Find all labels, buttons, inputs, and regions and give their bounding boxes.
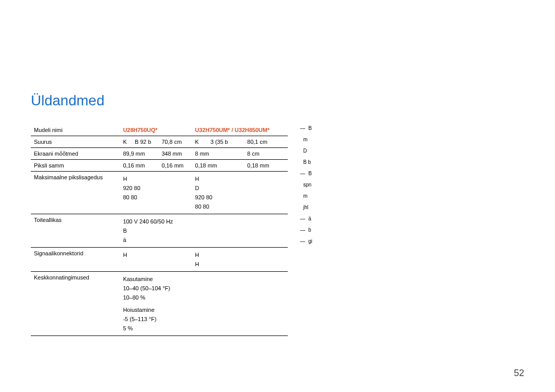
cell: 89,9 mm — [120, 148, 158, 160]
note-text: gi — [308, 237, 312, 246]
cell: K — [192, 136, 208, 148]
page-number: 52 — [514, 368, 524, 379]
env-use-hum: 10–80 % — [123, 293, 285, 302]
content-row: Mudeli nimi U28H750UQ* U32H750UM* / U32H… — [31, 124, 524, 336]
cell: 0,18 mm — [244, 160, 288, 172]
dash-icon: ― — [300, 237, 305, 246]
cell: 80,1 cm — [244, 136, 288, 148]
document-page: Üldandmed Mudeli nimi U28H750UQ* U32H750… — [0, 0, 555, 392]
note-text: m — [303, 136, 307, 144]
cell: 0,18 mm — [192, 160, 245, 172]
row-power-label: Toiteallikas — [31, 214, 120, 248]
model2-header: U32H750UM* / U32H850UM* — [192, 124, 288, 136]
row-signal-label: Signaalikonnektorid — [31, 248, 120, 272]
row-clock-label: Maksimaalne pikslisagedus — [31, 172, 120, 214]
cell: 8 cm — [244, 148, 288, 160]
cell-line: 920 80 — [195, 193, 285, 202]
env-store-label: Hoiustamine — [123, 305, 285, 314]
spec-table: Mudeli nimi U28H750UQ* U32H750UM* / U32H… — [31, 124, 288, 336]
cell-line: 920 80 — [123, 183, 189, 193]
cell-line: H — [123, 250, 189, 259]
dash-icon: ― — [300, 215, 305, 223]
row-size-label: Suurus — [31, 136, 120, 148]
cell: 0,16 mm — [120, 160, 158, 172]
note-text: B b — [303, 158, 311, 166]
page-heading: Üldandmed — [31, 92, 524, 109]
cell: 3 (35 b — [207, 136, 244, 148]
cell-line: H — [195, 259, 285, 269]
cell: H — [120, 248, 192, 272]
col-label: Mudeli nimi — [31, 124, 120, 136]
cell: H 920 80 80 80 — [120, 172, 192, 214]
note-text: ä — [308, 215, 311, 223]
cell-line: D — [195, 183, 285, 193]
cell: H D 920 80 80 80 — [192, 172, 288, 214]
dash-icon: ― — [300, 226, 305, 234]
note-text: B — [308, 170, 312, 178]
row-env-label: Keskkonnatingimused — [31, 272, 120, 336]
env-store-hum: 5 % — [123, 324, 285, 333]
cell-line: H — [123, 174, 189, 183]
note-text: b — [308, 226, 311, 234]
cell-line: 100 V 240 60/50 Hz — [123, 217, 285, 226]
cell: H H — [192, 248, 288, 272]
cell-line: H — [195, 174, 285, 183]
cell: 70,8 cm — [158, 136, 192, 148]
cell-line: B — [123, 226, 285, 235]
cell: 348 mm — [158, 148, 192, 160]
dash-icon: ― — [300, 170, 305, 178]
cell-line: H — [195, 250, 285, 259]
note-text: B — [308, 124, 312, 133]
model1-header: U28H750UQ* — [120, 124, 192, 136]
cell: 8 mm — [192, 148, 245, 160]
note-text: jhl — [303, 203, 308, 212]
cell-line: ä — [123, 235, 285, 245]
note-text: m — [303, 192, 307, 200]
env-use-label: Kasutamine — [123, 274, 285, 284]
env-store-temp: -5 (5–113 °F) — [123, 314, 285, 324]
cell: Kasutamine 10–40 (50–104 °F) 10–80 % Hoi… — [120, 272, 288, 336]
cell: 100 V 240 60/50 Hz B ä — [120, 214, 288, 248]
cell: K — [120, 136, 132, 148]
env-use-temp: 10–40 (50–104 °F) — [123, 284, 285, 293]
cell: 0,16 mm — [158, 160, 192, 172]
note-text: D — [303, 147, 307, 155]
side-notes: ―B m D B b ―B spn m jhl ―ä ―b ―gi — [300, 124, 312, 249]
row-screen-label: Ekraani mõõtmed — [31, 148, 120, 160]
cell-line: 80 80 — [195, 202, 285, 211]
dash-icon: ― — [300, 124, 305, 133]
note-text: spn — [303, 181, 311, 189]
row-pixel-label: Piksli samm — [31, 160, 120, 172]
cell-line: 80 80 — [123, 193, 189, 202]
cell: B 92 b — [132, 136, 158, 148]
